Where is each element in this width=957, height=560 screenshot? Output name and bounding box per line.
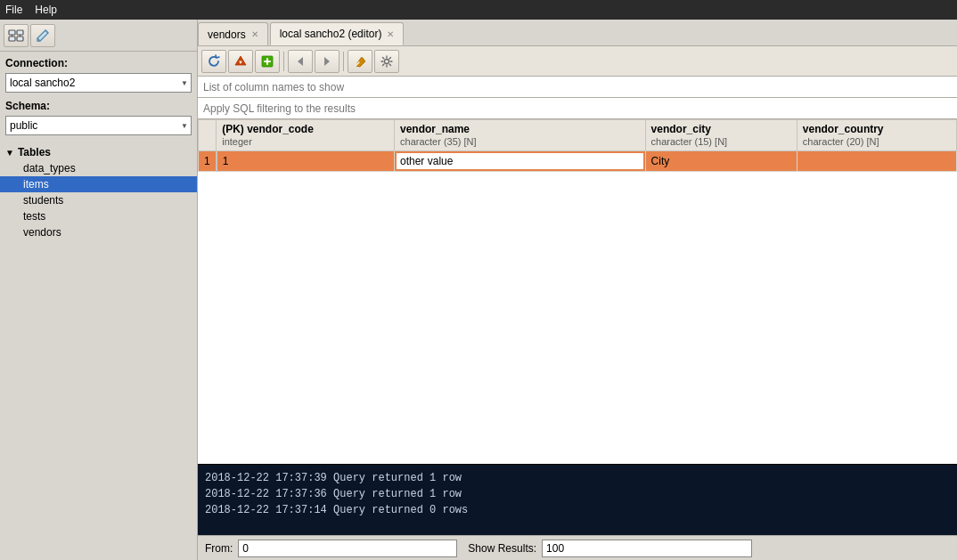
log-line-2: 2018-12-22 17:37:14 Query returned 0 row… [205,502,950,518]
col-header-pk-vendor-code[interactable]: (PK) vendor_code integer [217,120,395,151]
next-button[interactable] [315,50,339,73]
prev-button[interactable] [288,50,313,73]
table-row[interactable]: 1 1 City [199,151,957,172]
svg-text:▼: ▼ [238,60,243,65]
cell-vendor-country[interactable] [797,151,956,172]
sql-filter-bar [198,98,957,119]
tree-item-students[interactable]: students [0,192,197,208]
add-row-button[interactable] [255,50,280,73]
settings-button[interactable] [374,50,399,73]
tables-arrow: ▼ [5,148,14,158]
menu-bar: File Help [0,0,957,20]
tab-vendors[interactable]: vendors ✕ [198,22,268,45]
show-results-field: Show Results: [468,540,752,557]
tables-group-label: Tables [18,146,51,158]
col-header-vendor-country[interactable]: vendor_country character (20) [N] [797,120,956,151]
svg-marker-11 [298,57,303,66]
left-panel: Connection: local sancho2 Schema: public… [0,20,198,560]
column-filter-input[interactable] [203,81,952,93]
main-toolbar: ▼ [198,46,957,77]
show-results-label: Show Results: [468,542,536,555]
col-header-vendor-city[interactable]: vendor_city character (15) [N] [645,120,797,151]
connection-select-wrapper: local sancho2 [5,73,192,93]
tab-editor[interactable]: local sancho2 (editor) ✕ [270,22,405,45]
data-table: (PK) vendor_code integer vendor_name cha… [198,119,957,172]
tab-vendors-close[interactable]: ✕ [251,29,258,39]
tab-editor-label: local sancho2 (editor) [280,28,382,40]
tree-item-vendors[interactable]: vendors [0,224,197,240]
vendor-name-input[interactable] [395,151,645,171]
toolbar-sep-1 [283,52,284,71]
svg-marker-12 [324,57,330,66]
tree-item-items[interactable]: items [0,176,197,192]
cell-vendor-name[interactable] [395,151,646,172]
svg-rect-2 [9,37,15,41]
table-header-row: (PK) vendor_code integer vendor_name cha… [199,120,957,151]
col-header-vendor-name[interactable]: vendor_name character (35) [N] [395,120,646,151]
tables-group[interactable]: ▼ Tables [0,144,197,160]
from-label: From: [205,542,233,555]
status-bar: From: Show Results: [198,535,957,560]
svg-rect-1 [17,30,23,35]
from-field: From: [205,540,457,557]
row-number: 1 [199,151,217,172]
col-header-rownum [199,120,217,151]
log-area: 2018-12-22 17:37:39 Query returned 1 row… [198,464,957,535]
tab-vendors-label: vendors [208,28,246,41]
clear-button[interactable] [348,50,372,73]
stop-button[interactable]: ▼ [228,50,253,73]
sql-filter-input[interactable] [203,102,952,115]
from-input[interactable] [238,540,457,557]
tree-item-data-types[interactable]: data_types [0,160,197,176]
svg-point-13 [385,59,389,63]
menu-file[interactable]: File [5,4,22,16]
tab-bar: vendors ✕ local sancho2 (editor) ✕ [198,20,957,46]
schema-select[interactable]: public [5,116,192,135]
schema-label: Schema: [0,98,197,114]
show-results-input[interactable] [542,540,752,557]
schema-select-wrapper: public [5,116,192,135]
column-filter-bar [198,77,957,98]
connection-select[interactable]: local sancho2 [5,73,192,93]
cell-pk[interactable]: 1 [217,151,395,172]
toolbar-sep-2 [343,52,344,71]
tree-section: ▼ Tables data_types items students tests… [0,141,197,560]
new-connection-button[interactable] [4,24,29,47]
svg-rect-3 [17,37,23,41]
cell-vendor-city[interactable]: City [645,151,797,172]
svg-rect-0 [9,30,15,35]
left-toolbar [0,20,197,52]
connection-label: Connection: [0,52,197,71]
menu-help[interactable]: Help [35,4,57,16]
main-panel: vendors ✕ local sancho2 (editor) ✕ ▼ [198,20,957,560]
log-line-0: 2018-12-22 17:37:39 Query returned 1 row [205,470,950,486]
tree-item-tests[interactable]: tests [0,208,197,224]
edit-button[interactable] [30,24,55,47]
refresh-button[interactable] [201,50,226,73]
tab-editor-close[interactable]: ✕ [387,29,394,39]
log-line-1: 2018-12-22 17:37:36 Query returned 1 row [205,486,950,502]
table-area: (PK) vendor_code integer vendor_name cha… [198,119,957,464]
